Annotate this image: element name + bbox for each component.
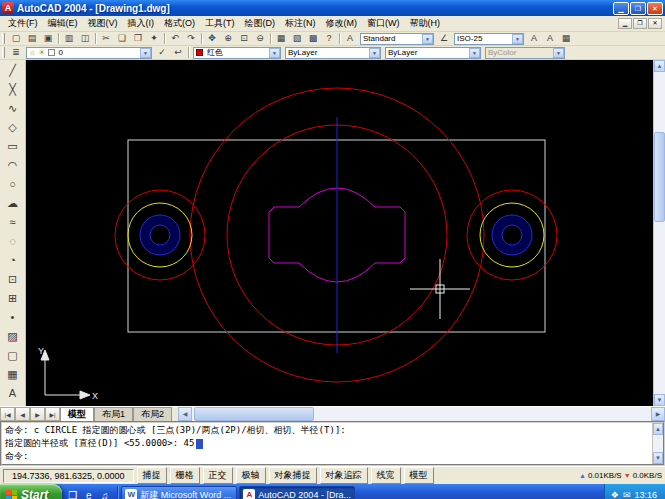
insert-block-button[interactable]: ⊡ (2, 270, 23, 289)
quick-launch-media-icon[interactable]: ♫ (97, 488, 112, 499)
tray-icon-2[interactable]: ✉ (623, 490, 631, 499)
tool-palettes-button[interactable]: ▩ (305, 32, 321, 45)
model-space-toggle[interactable]: 模型 (404, 467, 434, 484)
scroll-right-button[interactable]: ▶ (651, 407, 665, 421)
menu-view[interactable]: 视图(V) (83, 16, 123, 31)
dim-style-button[interactable]: ∠ (436, 32, 452, 45)
construction-line-button[interactable]: ╳ (2, 80, 23, 99)
window-minimize-button[interactable]: ▁ (613, 2, 629, 15)
zoom-previous-button[interactable]: ⊖ (252, 32, 268, 45)
vertical-scroll-track[interactable] (654, 72, 665, 394)
grid-toggle[interactable]: 栅格 (170, 467, 200, 484)
scroll-left-button[interactable]: ◀ (178, 407, 192, 421)
menu-insert[interactable]: 插入(I) (123, 16, 160, 31)
layer-previous-button[interactable]: ↩ (170, 46, 186, 59)
help-button[interactable]: ? (321, 32, 337, 45)
window-restore-button[interactable]: ❐ (630, 2, 646, 15)
drawing-canvas[interactable]: Y X (26, 60, 653, 406)
start-button[interactable]: Start (0, 484, 62, 499)
menu-dimension[interactable]: 标注(N) (280, 16, 321, 31)
tab-prev-button[interactable]: ◀ (15, 407, 30, 421)
hatch-button[interactable]: ▨ (2, 327, 23, 346)
snap-toggle[interactable]: 捕捉 (137, 467, 167, 484)
text-style-button[interactable]: A (342, 32, 358, 45)
menu-file[interactable]: 文件(F) (3, 16, 43, 31)
redo-button[interactable]: ↷ (183, 32, 199, 45)
color-combo[interactable]: 红色 ▼ (193, 47, 281, 59)
tab-layout1[interactable]: 布局1 (94, 407, 133, 421)
circle-button[interactable]: ○ (2, 175, 23, 194)
region-button[interactable]: ▢ (2, 346, 23, 365)
linetype-combo-arrow-icon[interactable]: ▼ (369, 48, 380, 58)
paste-button[interactable]: ❐ (130, 32, 146, 45)
layer-manager-button[interactable]: ≣ (8, 46, 24, 59)
zoom-realtime-button[interactable]: ⊕ (220, 32, 236, 45)
ellipse-arc-button[interactable]: ◔ (2, 251, 23, 270)
tab-model[interactable]: 模型 (60, 407, 94, 421)
menu-tools[interactable]: 工具(T) (200, 16, 240, 31)
scroll-down-button[interactable]: ▼ (654, 394, 665, 406)
document-minimize-button[interactable]: ▁ (618, 18, 632, 29)
vertical-scroll-thumb[interactable] (654, 132, 665, 222)
point-button[interactable]: • (2, 308, 23, 327)
table-toolbar-button[interactable]: ▦ (558, 32, 574, 45)
menu-edit[interactable]: 编辑(E) (43, 16, 83, 31)
plot-preview-button[interactable]: ◫ (77, 32, 93, 45)
designcenter-button[interactable]: ▧ (289, 32, 305, 45)
otrack-toggle[interactable]: 对象追踪 (320, 467, 368, 484)
osnap-toggle[interactable]: 对象捕捉 (269, 467, 317, 484)
task-autocad-button[interactable]: A AutoCAD 2004 - [Dra... (239, 486, 355, 499)
tray-icon-1[interactable]: ❖ (611, 490, 619, 499)
command-scrollbar[interactable]: ▲ ▼ (652, 423, 663, 464)
cut-button[interactable]: ✂ (98, 32, 114, 45)
quick-launch-desktop-icon[interactable]: ❐ (65, 488, 80, 499)
document-close-button[interactable]: ✕ (648, 18, 662, 29)
make-layer-current-button[interactable]: ✓ (154, 46, 170, 59)
toolbar-grip[interactable] (2, 47, 5, 58)
dim-style-combo-arrow-icon[interactable]: ▼ (512, 34, 523, 44)
undo-button[interactable]: ↶ (167, 32, 183, 45)
make-block-button[interactable]: ⊞ (2, 289, 23, 308)
linetype-combo[interactable]: ByLayer ▼ (285, 47, 381, 59)
table-button[interactable]: ▦ (2, 365, 23, 384)
window-close-button[interactable]: ✕ (647, 2, 663, 15)
qnew-button[interactable]: ▢ (8, 32, 24, 45)
tab-last-button[interactable]: ▶| (45, 407, 60, 421)
spline-button[interactable]: ≈ (2, 213, 23, 232)
command-scroll-track[interactable] (653, 435, 663, 452)
scroll-up-button[interactable]: ▲ (654, 60, 665, 72)
horizontal-scroll-thumb[interactable] (194, 407, 314, 421)
text-style-combo[interactable]: Standard ▼ (360, 33, 434, 45)
tab-layout2[interactable]: 布局2 (133, 407, 172, 421)
tab-first-button[interactable]: |◀ (0, 407, 15, 421)
ortho-toggle[interactable]: 正交 (203, 467, 233, 484)
menu-help[interactable]: 帮助(H) (405, 16, 446, 31)
copy-button[interactable]: ❏ (114, 32, 130, 45)
save-button[interactable]: ▣ (40, 32, 56, 45)
menu-draw[interactable]: 绘图(D) (240, 16, 281, 31)
toolbar-grip[interactable] (2, 33, 5, 44)
single-text-button[interactable]: A (526, 32, 542, 45)
draw-line-button[interactable]: ╱ (2, 61, 23, 80)
vertical-scrollbar[interactable]: ▲ ▼ (653, 60, 665, 406)
dim-style-combo[interactable]: ISO-25 ▼ (454, 33, 524, 45)
menu-modify[interactable]: 修改(M) (321, 16, 363, 31)
menu-format[interactable]: 格式(O) (159, 16, 200, 31)
arc-button[interactable]: ◠ (2, 156, 23, 175)
menu-window[interactable]: 窗口(W) (362, 16, 405, 31)
text-style-combo-arrow-icon[interactable]: ▼ (422, 34, 433, 44)
color-combo-arrow-icon[interactable]: ▼ (269, 48, 280, 58)
layer-combo-arrow-icon[interactable]: ▼ (140, 48, 151, 58)
polar-toggle[interactable]: 极轴 (236, 467, 266, 484)
open-button[interactable]: ▤ (24, 32, 40, 45)
lineweight-toggle[interactable]: 线宽 (371, 467, 401, 484)
plot-button[interactable]: ▥ (61, 32, 77, 45)
polyline-button[interactable]: ∿ (2, 99, 23, 118)
horizontal-scrollbar[interactable]: ◀ ▶ (178, 407, 665, 421)
command-scroll-down-button[interactable]: ▼ (653, 452, 663, 464)
zoom-window-button[interactable]: ⊡ (236, 32, 252, 45)
lineweight-combo[interactable]: ByLayer ▼ (385, 47, 481, 59)
document-restore-button[interactable]: ❐ (633, 18, 647, 29)
layer-combo[interactable]: ☼ ☀ 0 ▼ (26, 47, 152, 59)
horizontal-scroll-track[interactable] (192, 407, 651, 421)
